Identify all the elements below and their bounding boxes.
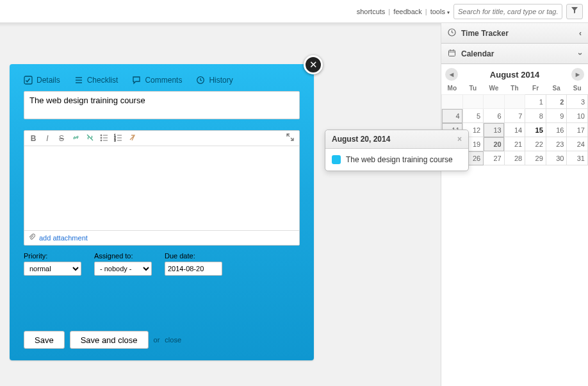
close-icon[interactable]: × [457,135,462,144]
calendar-dow: Sa [546,82,567,95]
calendar-day[interactable]: 24 [567,137,588,151]
svg-text:3: 3 [114,138,116,142]
priority-select[interactable]: normal [24,262,81,276]
calendar-day[interactable]: 28 [504,151,525,165]
calendar-nav: ◄ August 2014 ► [441,64,588,82]
svg-point-10 [101,135,102,136]
calendar-month-title: August 2014 [490,70,539,80]
button-row: Save Save and close or close [24,331,300,349]
calendar-dow: Tu [462,82,484,95]
calendar-day[interactable]: 1 [525,95,546,109]
close-modal-button[interactable]: ✕ [304,55,323,74]
calendar-day[interactable]: 27 [484,151,505,165]
chevron-down-icon[interactable]: › [579,49,582,58]
tab-comments[interactable]: Comments [132,76,182,85]
due-field: Due date: [165,252,222,276]
right-sidebar: Time Tracker ‹ Calendar › ◄ August 2014 … [441,23,588,386]
chevron-left-icon[interactable]: ‹ [579,29,582,38]
calendar-dow: Fr [525,82,546,95]
link-button[interactable] [70,133,81,144]
calendar-label: Calendar [461,49,494,58]
prev-month-button[interactable]: ◄ [445,68,458,81]
tab-bar: Details Checklist Comments History [24,74,300,91]
clock-icon [448,28,456,38]
filter-button[interactable] [566,4,583,19]
assigned-select[interactable]: - nobody - [94,262,152,276]
editor-toolbar: B I S 123 [24,131,299,146]
unlink-button[interactable] [85,133,95,144]
feedback-link[interactable]: feedback [393,8,422,15]
event-color-dot [332,155,341,164]
next-month-button[interactable]: ► [571,68,584,81]
calendar-day[interactable]: 31 [567,151,588,165]
tab-history[interactable]: History [196,76,233,85]
popover-date: August 20, 2014 [332,135,390,144]
priority-label: Priority: [24,252,81,260]
ol-button[interactable]: 123 [113,133,123,144]
calendar-day[interactable]: 23 [546,137,567,151]
popover-event-title[interactable]: The web design training course [346,155,453,164]
calendar-day[interactable]: 5 [462,109,484,123]
top-bar: shortcuts | feedback | tools ▾ [0,0,588,23]
separator: | [425,8,427,15]
calendar-day[interactable]: 6 [484,109,505,123]
tab-history-label: History [209,76,233,85]
ul-button[interactable] [99,133,109,144]
calendar-dow: Th [504,82,525,95]
shortcuts-link[interactable]: shortcuts [357,8,386,15]
svg-point-12 [101,140,102,141]
save-button[interactable]: Save [24,331,65,349]
calendar-day[interactable]: 10 [567,109,588,123]
calendar-day[interactable]: 9 [546,109,567,123]
calendar-day[interactable]: 29 [525,151,546,165]
expand-editor-button[interactable] [285,133,295,143]
funnel-icon [571,6,578,16]
popover-header: August 20, 2014 × [325,130,468,149]
calendar-header[interactable]: Calendar › [441,44,588,64]
close-link[interactable]: close [165,336,181,344]
calendar-day[interactable]: 13 [484,123,505,137]
calendar-day [484,95,505,109]
search-input[interactable] [453,4,562,19]
tab-details-label: Details [37,76,60,85]
strike-button[interactable]: S [56,134,67,143]
bold-button[interactable]: B [28,134,38,143]
italic-button[interactable]: I [42,134,53,143]
calendar-day[interactable]: 30 [546,151,567,165]
assigned-label: Assigned to: [94,252,152,260]
caret-down-icon: ▾ [447,10,450,15]
tab-checklist[interactable]: Checklist [74,76,118,85]
calendar-day [504,95,525,109]
tab-comments-label: Comments [145,76,182,85]
calendar-day[interactable]: 4 [442,109,463,123]
calendar-day[interactable]: 22 [525,137,546,151]
add-attachment-link[interactable]: add attachment [39,234,88,242]
paperclip-icon [28,233,35,242]
field-row: Priority: normal Assigned to: - nobody -… [24,252,300,276]
time-tracker-label: Time Tracker [461,29,509,38]
assigned-field: Assigned to: - nobody - [94,252,152,276]
description-input[interactable] [24,146,299,228]
calendar-day[interactable]: 20 [484,137,505,151]
calendar-day[interactable]: 14 [504,123,525,137]
tools-menu[interactable]: tools ▾ [430,8,450,15]
calendar-day[interactable]: 16 [546,123,567,137]
calendar-day[interactable]: 8 [525,109,546,123]
clear-format-button[interactable] [127,133,137,144]
calendar-day[interactable]: 3 [567,95,588,109]
comment-icon [132,76,141,85]
due-date-input[interactable] [165,262,222,276]
calendar-day[interactable]: 21 [504,137,525,151]
time-tracker-header[interactable]: Time Tracker ‹ [441,23,588,44]
calendar-dow: We [484,82,505,95]
save-and-close-button[interactable]: Save and close [70,331,149,349]
top-links: shortcuts | feedback | tools ▾ [357,8,450,15]
calendar-day[interactable]: 15 [525,123,546,137]
card-title-input[interactable] [24,91,300,119]
svg-rect-1 [449,50,455,56]
calendar-day[interactable]: 17 [567,123,588,137]
tab-checklist-label: Checklist [87,76,118,85]
calendar-day[interactable]: 7 [504,109,525,123]
calendar-day[interactable]: 2 [546,95,567,109]
tab-details[interactable]: Details [24,76,60,85]
